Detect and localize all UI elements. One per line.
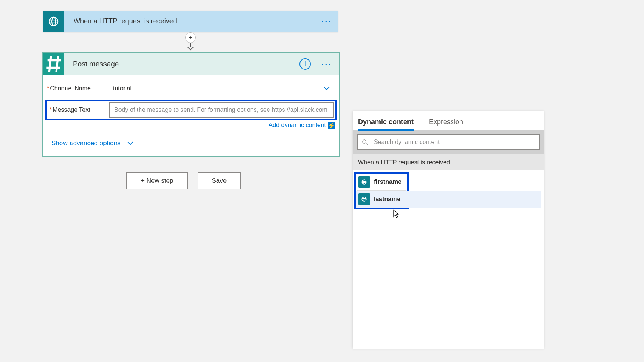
dc-search-placeholder: Search dynamic content: [374, 139, 440, 146]
trigger-card[interactable]: When a HTTP request is received ···: [43, 11, 338, 32]
info-icon[interactable]: i: [299, 58, 311, 70]
dynamic-content-panel: Dynamic content Expression Search dynami…: [353, 111, 544, 349]
trigger-menu-icon[interactable]: ···: [322, 16, 332, 26]
http-chip-icon: [358, 176, 370, 188]
show-advanced-options[interactable]: Show advanced options: [43, 129, 339, 156]
svg-line-9: [366, 143, 368, 145]
svg-point-11: [363, 180, 365, 184]
plus-icon[interactable]: +: [185, 32, 196, 43]
dc-search-wrap: Search dynamic content: [353, 130, 544, 154]
chevron-down-icon: [323, 86, 330, 91]
dc-item-label: lastname: [374, 196, 400, 203]
arrow-down-icon: [187, 47, 194, 51]
text-cursor: [114, 107, 114, 115]
dc-search-input[interactable]: Search dynamic content: [357, 134, 540, 150]
svg-point-1: [52, 17, 56, 26]
svg-point-15: [363, 197, 365, 201]
dc-items-highlight: firstname lastname: [354, 172, 409, 209]
svg-point-14: [362, 197, 366, 201]
tab-expression[interactable]: Expression: [429, 116, 466, 130]
tab-dynamic-content[interactable]: Dynamic content: [358, 116, 417, 130]
save-button[interactable]: Save: [198, 172, 241, 189]
http-trigger-icon: [43, 11, 64, 32]
chevron-down-icon: [127, 141, 134, 146]
http-chip-icon: [358, 193, 370, 205]
add-step-connector[interactable]: +: [184, 32, 197, 51]
message-text-placeholder: Body of the message to send. For formatt…: [114, 106, 327, 113]
dc-item-lastname[interactable]: lastname: [356, 191, 407, 208]
svg-point-0: [49, 17, 58, 26]
action-header[interactable]: Post message i ···: [43, 53, 339, 75]
row-message-text-highlight: *Message Text Body of the message to sen…: [45, 100, 337, 120]
channel-name-select[interactable]: tutorial: [108, 81, 335, 96]
action-menu-icon[interactable]: ···: [322, 59, 332, 69]
svg-point-10: [362, 180, 366, 184]
channel-name-value: tutorial: [113, 85, 131, 92]
mouse-cursor-icon: [391, 209, 401, 219]
dc-tabs: Dynamic content Expression: [353, 111, 544, 130]
channel-name-label: *Channel Name: [47, 85, 108, 92]
search-icon: [361, 139, 368, 146]
dc-group-header: When a HTTP request is received: [353, 154, 544, 170]
svg-line-7: [56, 56, 58, 72]
action-card: Post message i ··· *Channel Name tutoria…: [42, 52, 340, 157]
dc-item-firstname[interactable]: firstname: [356, 174, 407, 190]
trigger-title: When a HTTP request is received: [74, 17, 322, 25]
message-text-input[interactable]: Body of the message to send. For formatt…: [109, 102, 334, 118]
add-dynamic-content-link[interactable]: Add dynamic content ⚡: [43, 120, 339, 129]
row-channel-name: *Channel Name tutorial: [43, 80, 339, 97]
button-bar: + New step Save: [127, 172, 241, 189]
new-step-button[interactable]: + New step: [127, 172, 188, 189]
connector-line: [190, 43, 191, 47]
slack-hash-icon: [43, 53, 64, 75]
svg-line-6: [49, 56, 51, 72]
lightning-icon: ⚡: [328, 122, 335, 129]
message-text-label: *Message Text: [49, 106, 109, 113]
dc-item-label: firstname: [374, 179, 401, 185]
svg-point-8: [363, 140, 366, 143]
action-title: Post message: [73, 60, 299, 68]
